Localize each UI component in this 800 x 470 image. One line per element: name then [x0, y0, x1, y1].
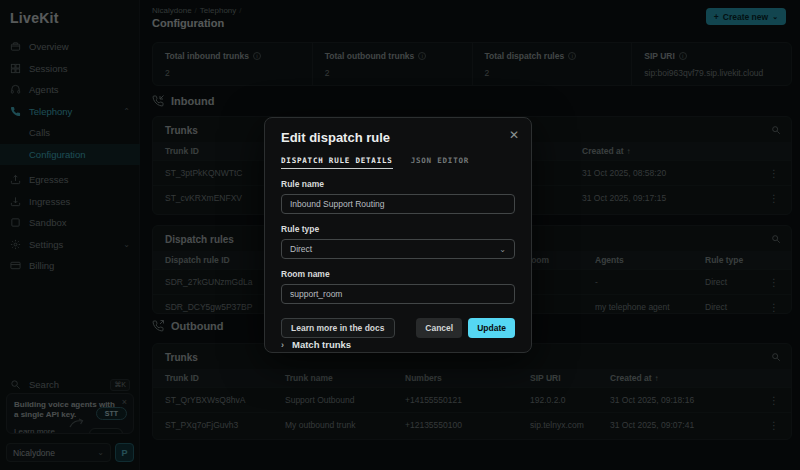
- tab-dispatch-rule-details[interactable]: DISPATCH RULE DETAILS: [281, 156, 393, 169]
- chevron-down-icon: ⌄: [499, 245, 506, 254]
- learn-more-docs-button[interactable]: Learn more in the docs: [281, 318, 395, 338]
- chevron-right-icon: ›: [281, 340, 284, 350]
- modal-title: Edit dispatch rule: [281, 130, 515, 145]
- edit-dispatch-rule-modal: Edit dispatch rule ✕ DISPATCH RULE DETAI…: [264, 117, 532, 353]
- rule-name-input[interactable]: [281, 194, 515, 214]
- update-button[interactable]: Update: [468, 318, 515, 338]
- match-trunks-section-toggle[interactable]: › Match trunks: [281, 339, 515, 350]
- tab-json-editor[interactable]: JSON EDITOR: [411, 156, 469, 169]
- rule-type-select[interactable]: Direct ⌄: [281, 239, 515, 259]
- room-name-label: Room name: [281, 269, 515, 279]
- app-root: LiveKit Overview Sessions Agents Telepho…: [0, 0, 800, 470]
- rule-name-label: Rule name: [281, 179, 515, 189]
- cancel-button[interactable]: Cancel: [416, 318, 462, 338]
- close-icon[interactable]: ✕: [509, 128, 519, 142]
- rule-type-label: Rule type: [281, 224, 515, 234]
- modal-tabs: DISPATCH RULE DETAILS JSON EDITOR: [281, 156, 515, 169]
- rule-type-value: Direct: [290, 244, 499, 254]
- room-name-input[interactable]: [281, 284, 515, 304]
- modal-footer: Learn more in the docs Cancel Update: [281, 318, 515, 338]
